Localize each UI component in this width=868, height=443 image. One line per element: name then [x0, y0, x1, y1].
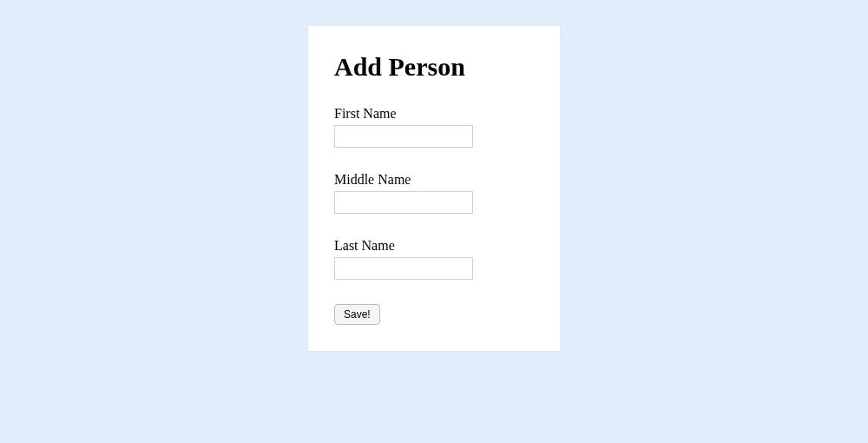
- save-button[interactable]: Save!: [334, 304, 380, 325]
- middle-name-label: Middle Name: [334, 172, 534, 188]
- last-name-group: Last Name: [334, 238, 534, 280]
- form-title: Add Person: [334, 52, 534, 82]
- add-person-form: Add Person First Name Middle Name Last N…: [308, 26, 560, 351]
- first-name-label: First Name: [334, 106, 534, 122]
- middle-name-input[interactable]: [334, 191, 473, 214]
- first-name-input[interactable]: [334, 125, 473, 148]
- last-name-input[interactable]: [334, 257, 473, 280]
- first-name-group: First Name: [334, 106, 534, 148]
- middle-name-group: Middle Name: [334, 172, 534, 214]
- last-name-label: Last Name: [334, 238, 534, 254]
